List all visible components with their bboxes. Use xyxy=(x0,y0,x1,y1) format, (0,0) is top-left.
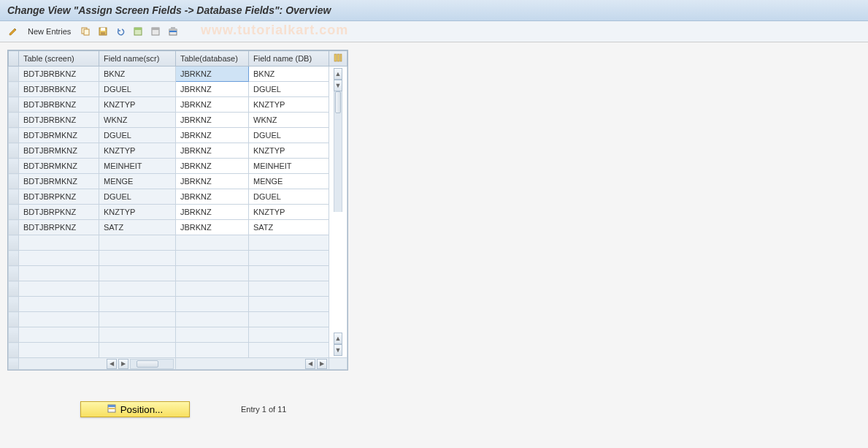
cell-table-screen[interactable] xyxy=(19,297,99,312)
scroll-down-icon-2[interactable]: ▼ xyxy=(334,344,342,356)
deselect-all-icon[interactable] xyxy=(148,24,163,39)
cell-table-screen[interactable]: BDTJBRBKNZ xyxy=(19,82,99,97)
toggle-icon[interactable] xyxy=(6,24,20,39)
cell-field-scr[interactable] xyxy=(99,235,176,251)
select-all-icon[interactable] xyxy=(131,24,145,39)
cell-table-screen[interactable]: BDTJBRMKNZ xyxy=(19,128,99,143)
col-header-field-db[interactable]: Field name (DB) xyxy=(249,51,329,67)
col-header-table-screen[interactable]: Table (screen) xyxy=(19,51,99,67)
cell-field-scr[interactable]: KNZTYP xyxy=(99,97,176,113)
cell-table-screen[interactable] xyxy=(19,251,99,266)
cell-field-scr[interactable] xyxy=(99,343,176,358)
row-selector-header[interactable] xyxy=(9,51,19,67)
cell-field-scr[interactable]: WKNZ xyxy=(99,113,176,128)
cell-table-db[interactable] xyxy=(176,266,249,281)
row-selector[interactable] xyxy=(9,97,19,113)
cell-field-db[interactable]: BKNZ xyxy=(249,67,329,82)
cell-table-screen[interactable]: BDTJBRPKNZ xyxy=(19,220,99,235)
cell-field-scr[interactable]: MENGE xyxy=(99,174,176,189)
cell-table-db[interactable]: JBRKNZ xyxy=(176,82,249,97)
cell-field-db[interactable]: DGUEL xyxy=(249,82,329,97)
hscroll-track-1[interactable] xyxy=(130,359,174,369)
cell-field-db[interactable] xyxy=(249,266,329,281)
cell-table-db[interactable]: JBRKNZ xyxy=(176,113,249,128)
hscroll-right-icon[interactable]: ▶ xyxy=(118,359,128,369)
cell-field-scr[interactable] xyxy=(99,312,176,327)
cell-table-screen[interactable]: BDTJBRMKNZ xyxy=(19,159,99,174)
cell-field-scr[interactable]: DGUEL xyxy=(99,82,176,97)
cell-field-scr[interactable]: SATZ xyxy=(99,220,176,235)
row-selector[interactable] xyxy=(9,327,19,343)
cell-field-db[interactable]: MEINHEIT xyxy=(249,159,329,174)
cell-table-screen[interactable]: BDTJBRMKNZ xyxy=(19,143,99,159)
cell-table-db[interactable] xyxy=(176,312,249,327)
cell-table-screen[interactable]: BDTJBRBKNZ xyxy=(19,113,99,128)
scroll-up-icon-2[interactable]: ▲ xyxy=(334,333,342,344)
cell-field-db[interactable] xyxy=(249,235,329,251)
cell-table-db[interactable]: JBRKNZ xyxy=(176,143,249,159)
cell-field-db[interactable] xyxy=(249,312,329,327)
cell-field-scr[interactable] xyxy=(99,281,176,297)
cell-table-screen[interactable]: BDTJBRPKNZ xyxy=(19,205,99,220)
row-selector[interactable] xyxy=(9,343,19,358)
cell-field-scr[interactable] xyxy=(99,251,176,266)
row-selector[interactable] xyxy=(9,159,19,174)
cell-table-screen[interactable] xyxy=(19,343,99,358)
scroll-up-icon[interactable]: ▲ xyxy=(334,68,342,80)
cell-table-db[interactable] xyxy=(176,343,249,358)
cell-table-db[interactable]: JBRKNZ xyxy=(176,220,249,235)
cell-field-db[interactable]: KNZTYP xyxy=(249,143,329,159)
cell-table-screen[interactable] xyxy=(19,235,99,251)
save-icon[interactable] xyxy=(96,24,110,39)
cell-field-db[interactable]: DGUEL xyxy=(249,128,329,143)
config-column-icon[interactable] xyxy=(329,51,347,67)
position-button[interactable]: Position... xyxy=(80,401,190,417)
cell-field-scr[interactable]: KNZTYP xyxy=(99,143,176,159)
cell-table-db[interactable]: JBRKNZ xyxy=(176,174,249,189)
cell-table-db[interactable] xyxy=(176,251,249,266)
cell-field-db[interactable] xyxy=(249,327,329,343)
scroll-track[interactable] xyxy=(334,91,342,212)
scroll-down-icon[interactable]: ▼ xyxy=(334,80,342,91)
cell-field-scr[interactable] xyxy=(99,297,176,312)
undo-icon[interactable] xyxy=(113,24,128,39)
cell-table-screen[interactable] xyxy=(19,266,99,281)
cell-field-db[interactable]: SATZ xyxy=(249,220,329,235)
cell-table-db[interactable]: JBRKNZ xyxy=(176,205,249,220)
cell-table-screen[interactable] xyxy=(19,281,99,297)
cell-field-scr[interactable]: DGUEL xyxy=(99,189,176,205)
cell-table-screen[interactable] xyxy=(19,327,99,343)
cell-field-db[interactable]: MENGE xyxy=(249,174,329,189)
cell-table-db[interactable]: JBRKNZ xyxy=(176,159,249,174)
cell-table-screen[interactable]: BDTJBRBKNZ xyxy=(19,67,99,82)
vertical-scrollbar[interactable]: ▲▼▲▼ xyxy=(329,67,347,358)
row-selector[interactable] xyxy=(9,220,19,235)
cell-field-scr[interactable]: KNZTYP xyxy=(99,205,176,220)
hscroll-left-icon-2[interactable]: ◀ xyxy=(305,359,315,369)
hscroll-thumb-1[interactable] xyxy=(137,360,158,368)
cell-table-db[interactable]: JBRKNZ xyxy=(176,97,249,113)
cell-field-db[interactable]: WKNZ xyxy=(249,113,329,128)
cell-table-db[interactable]: JBRKNZ xyxy=(176,128,249,143)
cell-table-screen[interactable]: BDTJBRMKNZ xyxy=(19,174,99,189)
row-selector[interactable] xyxy=(9,312,19,327)
delete-icon[interactable] xyxy=(166,24,180,39)
row-selector[interactable] xyxy=(9,189,19,205)
hscroll-right-icon-2[interactable]: ▶ xyxy=(317,359,327,369)
cell-field-db[interactable]: KNZTYP xyxy=(249,97,329,113)
copy-icon[interactable] xyxy=(78,24,93,39)
hscroll-left-icon[interactable]: ◀ xyxy=(107,359,117,369)
row-selector[interactable] xyxy=(9,205,19,220)
cell-table-screen[interactable]: BDTJBRPKNZ xyxy=(19,189,99,205)
row-selector[interactable] xyxy=(9,235,19,251)
cell-table-screen[interactable] xyxy=(19,312,99,327)
row-selector[interactable] xyxy=(9,297,19,312)
cell-table-db[interactable]: JBRKNZ xyxy=(176,189,249,205)
row-selector[interactable] xyxy=(9,281,19,297)
cell-field-db[interactable]: DGUEL xyxy=(249,189,329,205)
col-header-table-db[interactable]: Table(database) xyxy=(176,51,249,67)
cell-field-scr[interactable] xyxy=(99,266,176,281)
col-header-field-scr[interactable]: Field name(scr) xyxy=(99,51,176,67)
row-selector[interactable] xyxy=(9,67,19,82)
row-selector[interactable] xyxy=(9,82,19,97)
